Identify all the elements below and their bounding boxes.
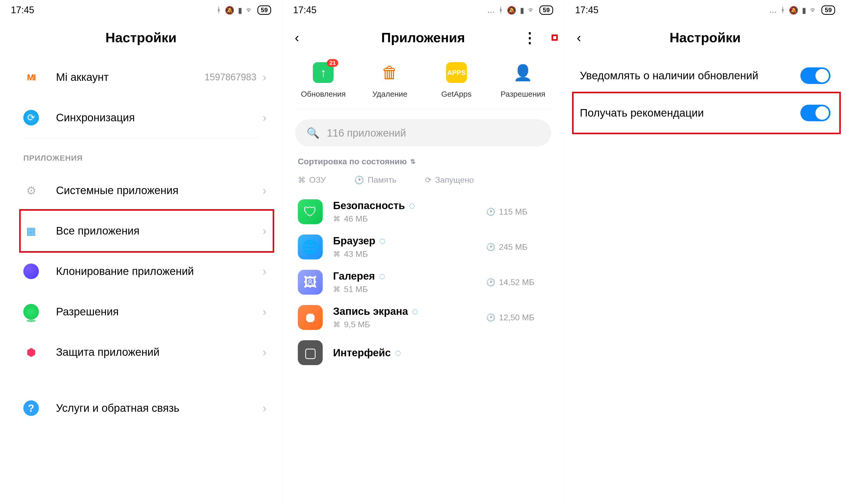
page-title: Настройки — [106, 30, 177, 46]
mute-icon: 🔕 — [225, 6, 234, 15]
quick-getapps[interactable]: APPS GetApps — [428, 62, 485, 98]
header: ‹ Приложения — [282, 18, 564, 57]
toggle-recommendations-label: Получать рекомендации — [580, 106, 800, 121]
app-protection-label: Защита приложений — [56, 346, 263, 358]
app-icon: 🛡 — [298, 199, 323, 224]
apps-list: 🛡Безопасность◌⌘46 МБ🕑115 МБ🌐Браузер◌⌘43 … — [282, 194, 564, 370]
search-input[interactable]: 🔍 116 приложений — [295, 120, 551, 146]
app-name: Браузер — [333, 235, 375, 247]
chevron-right-icon: › — [263, 346, 267, 359]
switch-on-icon[interactable] — [800, 67, 830, 84]
loading-spinner-icon: ◌ — [412, 307, 418, 316]
quick-updates[interactable]: ↑ 21 Обновления — [295, 62, 352, 98]
chip-icon: ⌘ — [333, 285, 340, 293]
signal-icon: ▮ — [238, 6, 242, 15]
chip-ram[interactable]: ⌘ОЗУ — [298, 175, 326, 185]
status-icons: … ᚼ 🔕 ▮ ᯤ 59 — [769, 5, 835, 15]
app-row[interactable]: ⏺Запись экрана◌⌘9,5 МБ🕑12,50 МБ — [282, 300, 564, 335]
chip-storage[interactable]: 🕑Память — [354, 175, 396, 185]
permissions-row[interactable]: Разрешения › — [0, 291, 282, 332]
header: Настройки — [0, 18, 282, 57]
bluetooth-icon: ᚼ — [780, 6, 785, 15]
permissions-quick-icon: 👤 — [513, 62, 534, 83]
chip-running[interactable]: ⟳Запущено — [425, 175, 474, 185]
app-icon: 🖼 — [298, 270, 323, 295]
sync-icon: ⟳ — [23, 110, 39, 125]
toggle-recommendations[interactable]: Получать рекомендации — [564, 94, 846, 132]
system-apps-row[interactable]: ⚙ Системные приложения › — [0, 170, 282, 211]
back-button[interactable]: ‹ — [577, 30, 581, 46]
wifi-icon: ᯤ — [810, 6, 818, 15]
chip-ram-icon: ⌘ — [298, 176, 306, 184]
mi-account-label: Mi аккаунт — [56, 71, 204, 84]
wifi-icon: ᯤ — [528, 6, 536, 15]
clock-icon: 🕑 — [486, 278, 495, 287]
loading-spinner-icon: ◌ — [379, 237, 385, 245]
app-row[interactable]: 🌐Браузер◌⌘43 МБ🕑245 МБ — [282, 229, 564, 265]
app-body: Запись экрана◌⌘9,5 МБ — [333, 306, 476, 329]
apps-panel: 17:45 … ᚼ 🔕 ▮ ᯤ 59 ‹ Приложения ↑ 21 — [282, 0, 564, 504]
wifi-icon: ᯤ — [246, 6, 254, 15]
status-time: 17:45 — [293, 5, 317, 16]
chevron-right-icon: › — [263, 224, 267, 237]
highlight-more-button — [552, 34, 558, 41]
toggle-notify-updates[interactable]: Уведомлять о наличии обновлений — [564, 57, 846, 94]
sync-label: Синхронизация — [56, 111, 263, 124]
chevron-right-icon: › — [263, 402, 267, 415]
quick-delete[interactable]: 🗑 Удаление — [361, 62, 418, 98]
help-feedback-label: Услуги и обратная связь — [56, 402, 263, 414]
sort-dropdown[interactable]: Сортировка по состоянию ⇅ — [282, 157, 564, 173]
chip-icon: ⌘ — [333, 215, 340, 223]
bluetooth-icon: ᚼ — [216, 6, 221, 15]
clock-icon: 🕑 — [486, 243, 495, 251]
status-time: 17:45 — [11, 5, 34, 16]
more-options-button[interactable] — [520, 25, 539, 50]
all-apps-row[interactable]: ▦ Все приложения › — [0, 211, 282, 251]
chip-icon: ⌘ — [333, 320, 340, 329]
back-button[interactable]: ‹ — [295, 30, 299, 46]
running-icon: ⟳ — [425, 176, 432, 184]
loading-spinner-icon: ◌ — [395, 349, 401, 357]
app-row[interactable]: 🖼Галерея◌⌘51 МБ🕑14,52 МБ — [282, 265, 564, 300]
app-ram: ⌘51 МБ — [333, 285, 476, 294]
app-storage: 🕑14,52 МБ — [486, 277, 548, 287]
shield-icon: ⬢ — [23, 344, 39, 360]
toggle-notify-updates-label: Уведомлять о наличии обновлений — [580, 68, 800, 83]
sync-row[interactable]: ⟳ Синхронизация › — [0, 97, 282, 138]
mute-icon: 🔕 — [789, 6, 798, 15]
chevron-right-icon: › — [263, 265, 267, 278]
battery-indicator: 59 — [539, 5, 553, 15]
app-body: Безопасность◌⌘46 МБ — [333, 200, 476, 223]
app-row[interactable]: 🛡Безопасность◌⌘46 МБ🕑115 МБ — [282, 194, 564, 229]
switch-on-icon[interactable] — [800, 105, 830, 121]
more-dots-icon: … — [487, 6, 495, 15]
app-body: Галерея◌⌘51 МБ — [333, 270, 476, 294]
help-feedback-row[interactable]: ? Услуги и обратная связь › — [0, 388, 282, 428]
all-apps-label: Все приложения — [56, 225, 263, 237]
app-protection-row[interactable]: ⬢ Защита приложений › — [0, 332, 282, 372]
app-body: Интерфейс◌ — [333, 347, 548, 359]
app-row[interactable]: ▢Интерфейс◌ — [282, 335, 564, 370]
chevron-right-icon: › — [263, 71, 267, 84]
quick-getapps-label: GetApps — [442, 90, 472, 98]
loading-spinner-icon: ◌ — [379, 272, 385, 280]
app-ram: ⌘46 МБ — [333, 214, 476, 223]
quick-permissions-label: Разрешения — [501, 90, 545, 98]
app-ram: ⌘9,5 МБ — [333, 320, 476, 329]
page-title: Настройки — [669, 30, 740, 46]
quick-permissions[interactable]: 👤 Разрешения — [494, 62, 552, 98]
mi-account-row[interactable]: MI Mi аккаунт 1597867983 › — [0, 57, 282, 97]
permissions-label: Разрешения — [56, 306, 263, 318]
app-icon: 🌐 — [298, 234, 323, 259]
status-bar: 17:45 … ᚼ 🔕 ▮ ᯤ 59 — [282, 0, 564, 18]
app-name: Галерея — [333, 270, 375, 282]
chevron-right-icon: › — [263, 305, 267, 318]
app-storage: 🕑115 МБ — [486, 207, 548, 217]
app-name: Интерфейс — [333, 347, 391, 359]
clone-apps-row[interactable]: Клонирование приложений › — [0, 251, 282, 291]
quick-updates-label: Обновления — [301, 90, 346, 98]
sort-arrows-icon: ⇅ — [410, 158, 415, 165]
help-icon: ? — [23, 400, 39, 416]
getapps-icon: APPS — [446, 62, 467, 83]
chevron-right-icon: › — [263, 184, 267, 197]
